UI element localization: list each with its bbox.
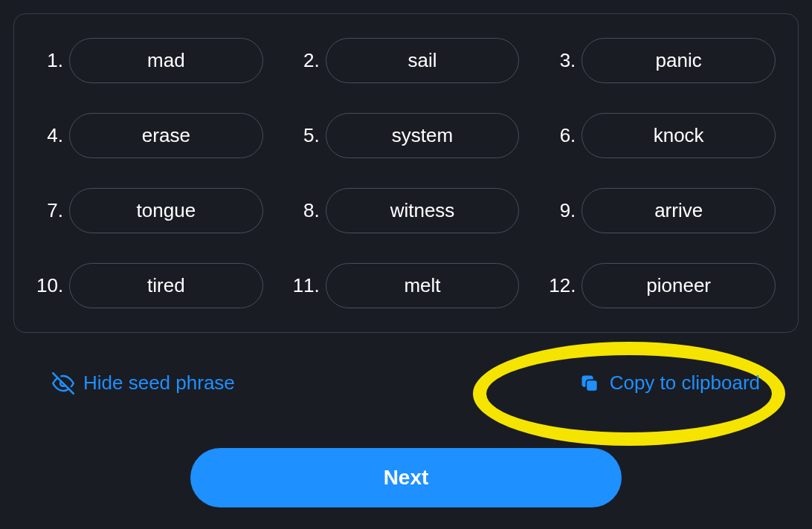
next-button[interactable]: Next	[190, 448, 622, 507]
seed-word-6: 6. knock	[549, 113, 776, 158]
seed-phrase-container: 1. mad 2. sail 3. panic 4. erase 5. syst…	[13, 13, 799, 333]
seed-word: panic	[581, 38, 776, 83]
seed-word: melt	[326, 263, 520, 308]
seed-word: system	[326, 113, 520, 158]
seed-word-4: 4. erase	[36, 113, 263, 158]
seed-word-1: 1. mad	[36, 38, 263, 83]
seed-word-7: 7. tongue	[36, 188, 263, 233]
seed-word-8: 8. witness	[293, 188, 520, 233]
seed-number: 4.	[36, 124, 63, 147]
seed-number: 3.	[549, 49, 576, 72]
eye-off-icon	[52, 372, 74, 395]
next-row: Next	[0, 448, 812, 507]
seed-word: arrive	[581, 188, 776, 233]
seed-word-12: 12. pioneer	[549, 263, 776, 308]
hide-seed-button[interactable]: Hide seed phrase	[43, 366, 244, 400]
seed-word-9: 9. arrive	[549, 188, 776, 233]
seed-word: mad	[69, 38, 263, 83]
seed-word-11: 11. melt	[293, 263, 520, 308]
seed-number: 7.	[36, 199, 63, 222]
seed-number: 6.	[549, 124, 576, 147]
seed-word: knock	[581, 113, 776, 158]
copy-clipboard-label: Copy to clipboard	[610, 371, 760, 395]
seed-number: 9.	[549, 199, 576, 222]
seed-number: 2.	[293, 49, 320, 72]
seed-number: 12.	[549, 274, 576, 297]
seed-word: pioneer	[581, 263, 776, 308]
seed-word-5: 5. system	[293, 113, 520, 158]
seed-word: tired	[69, 263, 263, 308]
seed-number: 5.	[293, 124, 320, 147]
seed-word: erase	[69, 113, 263, 158]
seed-word: witness	[326, 188, 520, 233]
hide-seed-label: Hide seed phrase	[83, 371, 235, 395]
seed-number: 10.	[36, 274, 63, 297]
copy-icon	[579, 372, 601, 395]
seed-phrase-grid: 1. mad 2. sail 3. panic 4. erase 5. syst…	[36, 38, 776, 308]
svg-rect-2	[586, 380, 597, 391]
seed-word: sail	[326, 38, 520, 83]
seed-word: tongue	[69, 188, 263, 233]
copy-clipboard-button[interactable]: Copy to clipboard	[570, 366, 769, 400]
seed-number: 11.	[293, 274, 320, 297]
seed-number: 8.	[293, 199, 320, 222]
seed-word-3: 3. panic	[549, 38, 776, 83]
seed-number: 1.	[36, 49, 63, 72]
actions-row: Hide seed phrase Copy to clipboard	[0, 333, 812, 400]
seed-word-10: 10. tired	[36, 263, 263, 308]
seed-word-2: 2. sail	[293, 38, 520, 83]
